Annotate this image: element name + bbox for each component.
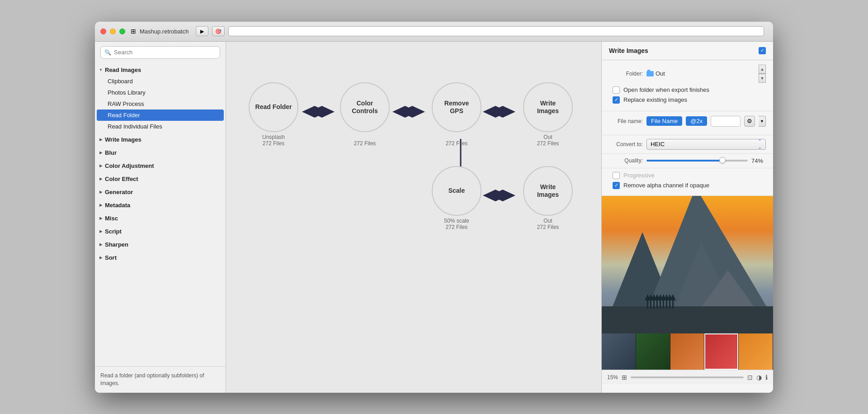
preview-zoom-slider[interactable] xyxy=(631,376,744,378)
info-icon[interactable]: ℹ xyxy=(765,374,768,381)
node-circle-write-images-1: Write Images xyxy=(523,82,573,132)
fit-icon[interactable]: ⊡ xyxy=(747,374,753,381)
arrow-4b xyxy=(490,190,515,201)
group-label-sharpen: Sharpen xyxy=(105,241,128,248)
expand-icon-sharpen xyxy=(99,242,103,247)
filename-dropdown-button[interactable]: ▼ xyxy=(759,116,766,127)
minimize-button[interactable] xyxy=(110,29,116,34)
group-header-script[interactable]: Script xyxy=(95,226,226,237)
filmstrip-thumb-3[interactable] xyxy=(670,333,705,370)
expand-icon-blur xyxy=(99,150,103,155)
group-header-blur[interactable]: Blur xyxy=(95,147,226,158)
window-title: Mashup.retrobatch xyxy=(140,28,189,35)
main-layout: 🔍 Read Images Clipboard Photos Library R… xyxy=(95,42,773,393)
node-remove-gps[interactable]: Remove GPS 272 Files xyxy=(432,82,481,147)
filmstrip-thumb-5[interactable] xyxy=(739,333,773,370)
group-header-misc[interactable]: Misc xyxy=(95,213,226,224)
node-write-images-2[interactable]: Write Images Out 272 Files xyxy=(523,166,573,230)
sidebar-scroll: Read Images Clipboard Photos Library RAW… xyxy=(95,63,226,362)
filename-gear-button[interactable]: ⚙ xyxy=(744,116,755,127)
folder-stepper-down[interactable]: ▼ xyxy=(759,74,766,83)
sidebar-item-raw-process[interactable]: RAW Process xyxy=(95,98,226,109)
expand-icon-sort xyxy=(99,255,103,260)
arrow-1b xyxy=(309,106,335,118)
search-input[interactable] xyxy=(114,49,216,56)
right-panel: Write Images Folder: Out ▲ ▼ xyxy=(601,42,773,393)
sidebar-item-photos-library[interactable]: Photos Library xyxy=(95,87,226,98)
zoom-fit-icon[interactable]: ⊞ xyxy=(622,374,627,381)
group-label-script: Script xyxy=(105,228,122,235)
sidebar-item-read-individual-files[interactable]: Read Individual Files xyxy=(95,121,226,132)
node-color-controls[interactable]: Color Controls 272 Files xyxy=(340,82,390,147)
convert-select[interactable]: HEIC ⌃⌄ xyxy=(646,139,766,150)
target-button[interactable]: 🎯 xyxy=(212,26,225,36)
group-header-write-images[interactable]: Write Images xyxy=(95,134,226,145)
node-read-folder[interactable]: Read Folder Unsplash 272 Files xyxy=(249,82,298,147)
group-header-sharpen[interactable]: Sharpen xyxy=(95,239,226,250)
filmstrip-thumb-4[interactable] xyxy=(704,333,739,370)
group-label-read-images: Read Images xyxy=(105,67,141,73)
filename-text-area[interactable] xyxy=(711,116,741,127)
replace-images-checkbox[interactable] xyxy=(613,96,620,104)
right-panel-header: Write Images xyxy=(602,42,773,60)
node-circle-color-controls: Color Controls xyxy=(340,82,390,132)
traffic-lights xyxy=(100,29,125,34)
expand-icon-write-images xyxy=(99,137,103,142)
node-sublabel-remove-gps xyxy=(456,134,457,140)
node-write-images-1[interactable]: Write Images Out 272 Files xyxy=(523,82,573,147)
quality-label: Quality: xyxy=(609,157,643,164)
canvas-area[interactable]: Read Folder Unsplash 272 Files Color Con… xyxy=(226,42,601,393)
node-sublabel-read-folder: Unsplash xyxy=(262,134,285,140)
filename-label-row: File name: File Name @2x ⚙ ▼ xyxy=(609,116,766,127)
group-header-sort[interactable]: Sort xyxy=(95,252,226,263)
group-header-color-adjustment[interactable]: Color Adjustment xyxy=(95,160,226,171)
filmstrip-thumb-1[interactable] xyxy=(602,333,636,370)
quality-percentage: 74% xyxy=(751,157,766,164)
right-panel-title: Write Images xyxy=(609,47,648,54)
group-misc: Misc xyxy=(95,212,226,225)
group-header-read-images[interactable]: Read Images xyxy=(95,64,226,76)
address-bar[interactable] xyxy=(228,26,764,36)
group-label-color-adjustment: Color Adjustment xyxy=(105,162,154,169)
filename-tag-1[interactable]: File Name xyxy=(646,116,682,126)
open-folder-row: Open folder when export finishes xyxy=(609,86,766,94)
group-read-images: Read Images Clipboard Photos Library RAW… xyxy=(95,63,226,133)
folder-name: Out xyxy=(656,70,665,77)
convert-label: Convert to: xyxy=(609,141,643,148)
search-box[interactable]: 🔍 xyxy=(100,46,220,59)
preview-area: 15% ⊞ ⊡ ◑ ℹ xyxy=(602,196,773,393)
arrow-1 xyxy=(302,106,327,118)
group-write-images: Write Images xyxy=(95,133,226,146)
options-section: Progressive Remove alpha channel if opaq… xyxy=(602,168,773,196)
sidebar-item-clipboard[interactable]: Clipboard xyxy=(95,76,226,87)
progressive-row: Progressive xyxy=(609,172,766,179)
sidebar-item-read-folder[interactable]: Read Folder xyxy=(97,109,224,121)
node-scale[interactable]: Scale 50% scale 272 Files xyxy=(432,166,481,230)
group-label-blur: Blur xyxy=(105,149,117,156)
group-header-generator[interactable]: Generator xyxy=(95,186,226,198)
group-header-metadata[interactable]: Metadata xyxy=(95,200,226,211)
group-script: Script xyxy=(95,225,226,238)
remove-alpha-row: Remove alpha channel if opaque xyxy=(609,182,766,189)
maximize-button[interactable] xyxy=(119,29,125,34)
filename-tag-2[interactable]: @2x xyxy=(686,116,707,126)
folder-stepper-up[interactable]: ▲ xyxy=(759,65,766,74)
folder-value: Out xyxy=(646,70,665,77)
remove-alpha-label: Remove alpha channel if opaque xyxy=(623,182,709,189)
node-count-scale: 272 Files xyxy=(446,224,468,230)
progressive-checkbox[interactable] xyxy=(613,172,620,179)
enabled-checkbox[interactable] xyxy=(759,47,766,54)
play-button[interactable]: ▶ xyxy=(196,26,208,36)
quality-slider[interactable] xyxy=(646,160,748,162)
contrast-icon[interactable]: ◑ xyxy=(756,374,762,381)
open-folder-checkbox[interactable] xyxy=(613,86,620,94)
preview-footer: 15% ⊞ ⊡ ◑ ℹ xyxy=(602,370,773,384)
folder-icon xyxy=(646,71,654,76)
close-button[interactable] xyxy=(100,29,106,34)
filmstrip-thumb-2[interactable] xyxy=(636,333,670,370)
group-header-color-effect[interactable]: Color Effect xyxy=(95,173,226,185)
group-label-color-effect: Color Effect xyxy=(105,176,138,182)
ground xyxy=(602,306,773,333)
remove-alpha-checkbox[interactable] xyxy=(613,182,620,189)
arrow-2b xyxy=(400,106,425,118)
